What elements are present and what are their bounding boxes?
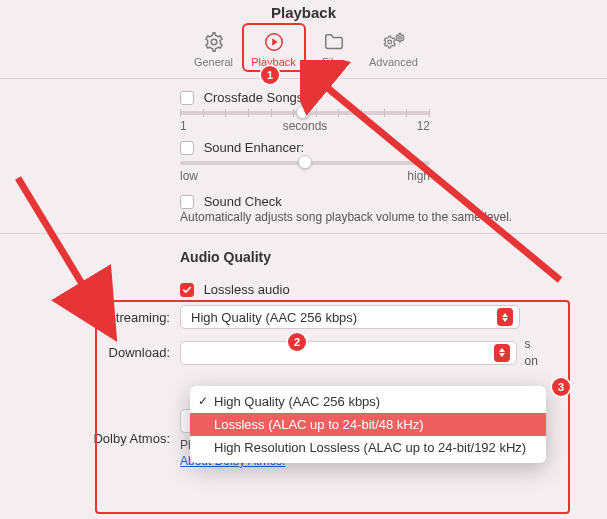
audio-quality-title: Audio Quality [180, 249, 547, 265]
tab-label: Advanced [364, 56, 424, 68]
sound-check-checkbox[interactable] [180, 195, 194, 209]
tab-label: Files [304, 56, 364, 68]
crossfade-max: 12 [417, 119, 430, 133]
gear-icon [184, 29, 244, 55]
crossfade-checkbox[interactable] [180, 91, 194, 105]
lossless-audio-checkbox[interactable] [180, 283, 194, 297]
lossless-audio-label: Lossless audio [204, 282, 290, 297]
download-select[interactable] [180, 341, 517, 365]
crossfade-unit: seconds [283, 119, 328, 133]
crossfade-label: Crossfade Songs: [204, 90, 307, 105]
section-divider [0, 233, 607, 234]
sound-enhancer-slider[interactable] [180, 161, 430, 165]
tab-general[interactable]: General [184, 25, 244, 70]
gears-icon [364, 29, 424, 55]
tab-files[interactable]: Files [304, 25, 364, 70]
annotation-badge-3: 3 [552, 378, 570, 396]
enhancer-low: low [180, 169, 198, 183]
sound-enhancer-label: Sound Enhancer: [204, 140, 304, 155]
streaming-value: High Quality (AAC 256 kbps) [191, 310, 497, 325]
annotation-badge-1: 1 [261, 66, 279, 84]
download-dropdown-menu: High Quality (AAC 256 kbps) Lossless (AL… [190, 386, 546, 463]
download-option-lossless[interactable]: Lossless (ALAC up to 24-bit/48 kHz) [190, 413, 546, 436]
download-label: Download: [0, 345, 180, 360]
crossfade-slider[interactable] [180, 111, 430, 115]
updown-icon [494, 344, 510, 362]
window-title: Playback [0, 0, 607, 21]
sound-check-hint: Automatically adjusts song playback volu… [180, 209, 547, 225]
streaming-label: Streaming: [0, 310, 180, 325]
streaming-select[interactable]: High Quality (AAC 256 kbps) [180, 305, 520, 329]
tab-playback[interactable]: Playback [244, 25, 304, 70]
download-option-hires-lossless[interactable]: High Resolution Lossless (ALAC up to 24-… [190, 436, 546, 459]
play-circle-icon [244, 29, 304, 55]
svg-point-2 [211, 39, 217, 45]
tab-advanced[interactable]: Advanced [364, 25, 424, 70]
folder-icon [304, 29, 364, 55]
download-trailing-hint: s on [525, 336, 547, 368]
dolby-atmos-label: Dolby Atmos: [0, 431, 180, 446]
svg-point-4 [387, 40, 391, 44]
preferences-toolbar: General Playback Files Advanced [0, 25, 607, 79]
enhancer-high: high [407, 169, 430, 183]
sound-check-label: Sound Check [204, 194, 282, 209]
updown-icon [497, 308, 513, 326]
crossfade-min: 1 [180, 119, 187, 133]
download-option-high-quality[interactable]: High Quality (AAC 256 kbps) [190, 390, 546, 413]
annotation-badge-2: 2 [288, 333, 306, 351]
svg-point-5 [398, 36, 401, 39]
tab-label: General [184, 56, 244, 68]
sound-enhancer-checkbox[interactable] [180, 141, 194, 155]
